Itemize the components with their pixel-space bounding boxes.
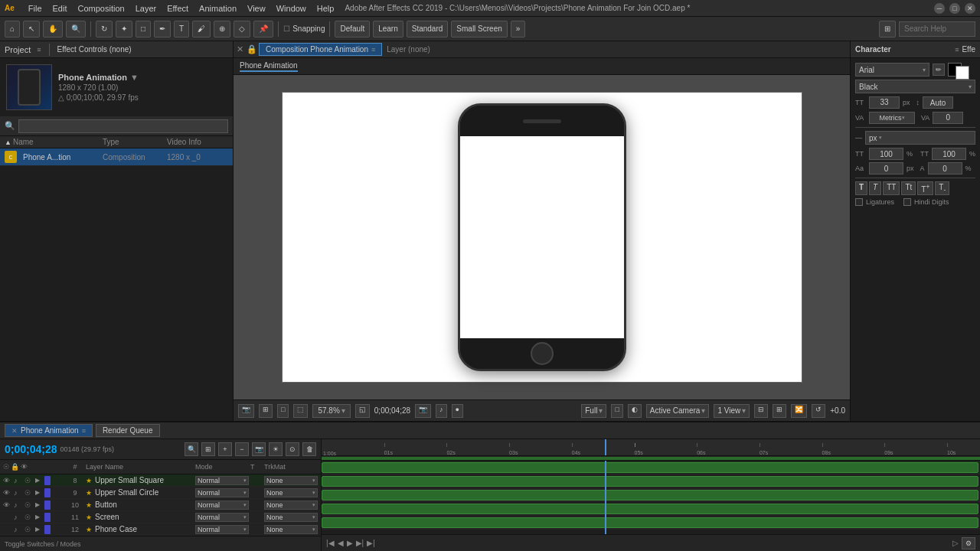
layer-ctrl-comp[interactable]: ⊞: [201, 442, 215, 456]
style-italic[interactable]: T: [869, 181, 881, 195]
shape-tool[interactable]: ◇: [234, 21, 250, 37]
layer-9-audio[interactable]: ♪: [14, 489, 23, 497]
tl-ram-preview[interactable]: ▷: [952, 539, 959, 547]
mask-tool[interactable]: □: [136, 21, 151, 37]
vc-render-shortcuts[interactable]: ⊟: [754, 404, 768, 418]
style-bold[interactable]: T: [855, 181, 867, 195]
color-swatch-container[interactable]: [948, 63, 975, 77]
font-family-select[interactable]: Arial ▾: [855, 63, 929, 77]
vc-view[interactable]: 1 View ▾: [714, 404, 750, 418]
layer-ctrl-camera[interactable]: 📷: [252, 442, 266, 456]
select-tool[interactable]: ↖: [23, 21, 40, 37]
layer-10-visibility[interactable]: 👁: [3, 501, 12, 509]
vc-mask[interactable]: □: [277, 404, 289, 418]
layer-8-visibility[interactable]: 👁: [3, 477, 12, 484]
tl-play[interactable]: ▶: [347, 539, 353, 547]
layer-9-trkmat[interactable]: None ▾: [264, 488, 318, 497]
rotate-tool[interactable]: ↻: [96, 21, 113, 37]
layer-ctrl-null[interactable]: ⊙: [286, 442, 299, 456]
vc-fps-btn[interactable]: ●: [452, 404, 463, 418]
layer-9-solo[interactable]: ☉: [24, 489, 34, 497]
workspace-more[interactable]: »: [511, 21, 526, 37]
menu-effect[interactable]: Effect: [167, 4, 188, 13]
file-row-0[interactable]: C Phone A...tion Composition 1280 x _0: [0, 148, 233, 166]
layer-11-trkmat[interactable]: None ▾: [264, 513, 318, 522]
hand-tool[interactable]: ✋: [43, 21, 63, 37]
project-menu[interactable]: ≡: [37, 46, 41, 54]
vc-timecode[interactable]: 0;00;04;28: [374, 406, 410, 415]
menu-composition[interactable]: Composition: [78, 4, 125, 13]
layer-12-trkmat[interactable]: None ▾: [264, 525, 318, 534]
layer-11-audio[interactable]: ♪: [14, 514, 23, 521]
workspace-btn[interactable]: ⊞: [879, 21, 896, 37]
layer-10-mode[interactable]: Normal ▾: [195, 500, 249, 510]
stroke-color-swatch[interactable]: [956, 66, 969, 80]
layer-9-visibility[interactable]: 👁: [3, 489, 12, 497]
vc-grid[interactable]: ⊞: [259, 404, 273, 418]
tl-go-start[interactable]: |◀: [326, 539, 335, 547]
layer-10-audio[interactable]: ♪: [14, 501, 23, 509]
layer-9-mode[interactable]: Normal ▾: [195, 488, 249, 497]
tsume-input[interactable]: 0: [928, 162, 962, 174]
tab-lock-icon[interactable]: 🔒: [247, 44, 257, 54]
toggle-switches-button[interactable]: Toggle Switches / Modes: [5, 540, 81, 548]
comp-tab-active[interactable]: Composition Phone Animation ≡: [259, 43, 382, 56]
layer-11-solo[interactable]: ☉: [24, 514, 34, 521]
vc-camera-btn[interactable]: 📷: [415, 404, 431, 418]
layer-ctrl-search[interactable]: 🔍: [185, 442, 198, 456]
render-queue-tab[interactable]: Render Queue: [96, 424, 160, 437]
zoom-tool[interactable]: 🔍: [66, 21, 86, 37]
puppet-tool[interactable]: ✦: [116, 21, 132, 37]
layer-ctrl-delete[interactable]: 🗑: [302, 442, 316, 456]
ligatures-checkbox[interactable]: [855, 198, 863, 206]
menu-window[interactable]: Window: [276, 4, 306, 13]
tl-tab-menu[interactable]: ≡: [82, 427, 86, 435]
vc-reset[interactable]: ↺: [812, 404, 825, 418]
layer-10-solo[interactable]: ☉: [24, 501, 34, 509]
close-button[interactable]: ✕: [965, 3, 975, 14]
project-search-input[interactable]: [18, 119, 228, 133]
learn-workspace[interactable]: Learn: [373, 21, 403, 37]
timeline-tab-active[interactable]: ✕ Phone Animation ≡: [5, 424, 93, 437]
tracking-input[interactable]: 0: [933, 112, 963, 124]
font-pencil-icon[interactable]: ✏: [933, 64, 945, 76]
vc-audio[interactable]: ♪: [436, 404, 447, 418]
menu-help[interactable]: Help: [317, 4, 335, 13]
layer-8-trkmat[interactable]: None ▾: [264, 476, 318, 485]
style-caps[interactable]: TT: [883, 181, 900, 195]
menu-view[interactable]: View: [247, 4, 266, 13]
tl-tab-close-icon[interactable]: ✕: [11, 427, 18, 435]
menu-edit[interactable]: Edit: [53, 4, 67, 13]
home-tool[interactable]: ⌂: [5, 21, 20, 37]
tl-go-end[interactable]: ▶|: [367, 539, 375, 547]
comp-subtab-label[interactable]: Phone Animation: [240, 61, 298, 72]
tab-close-icon[interactable]: ✕: [237, 44, 243, 54]
style-sub[interactable]: T-: [935, 181, 949, 195]
vc-alpha[interactable]: □: [611, 404, 622, 418]
layer-10-expand[interactable]: ▶: [35, 501, 43, 508]
char-menu-icon[interactable]: ≡: [955, 46, 959, 54]
layer-12-audio[interactable]: ♪: [14, 526, 23, 533]
vc-quality[interactable]: Full ▾: [581, 404, 606, 418]
layer-8-expand[interactable]: ▶: [35, 477, 43, 484]
search-help-input[interactable]: [899, 21, 975, 37]
vc-region[interactable]: ⬚: [293, 404, 308, 418]
layer-11-mode[interactable]: Normal ▾: [195, 513, 249, 522]
puppet-pin[interactable]: 📌: [253, 21, 273, 37]
vc-region2[interactable]: ⊞: [773, 404, 786, 418]
minimize-button[interactable]: ─: [934, 3, 945, 14]
small-screen-workspace[interactable]: Small Screen: [451, 21, 507, 37]
kerning-select[interactable]: Metrics ▾: [869, 112, 915, 124]
snapping-option[interactable]: ☐ Snapping: [283, 24, 325, 33]
layer-ctrl-light[interactable]: ☀: [269, 442, 283, 456]
hindi-digits-checkbox[interactable]: [903, 198, 911, 206]
brush-tool[interactable]: 🖌: [192, 21, 211, 37]
vc-color-mgmt[interactable]: ◐: [628, 404, 642, 418]
layer-12-expand[interactable]: ▶: [35, 526, 43, 533]
horizontal-scale-input[interactable]: 100: [932, 148, 966, 160]
vc-camera[interactable]: Active Camera ▾: [646, 404, 710, 418]
layer-8-mode[interactable]: Normal ▾: [195, 476, 249, 485]
layer-ctrl-minus[interactable]: −: [235, 442, 249, 456]
pen-tool[interactable]: ✒: [154, 21, 171, 37]
layer-12-mode[interactable]: Normal ▾: [195, 525, 249, 534]
